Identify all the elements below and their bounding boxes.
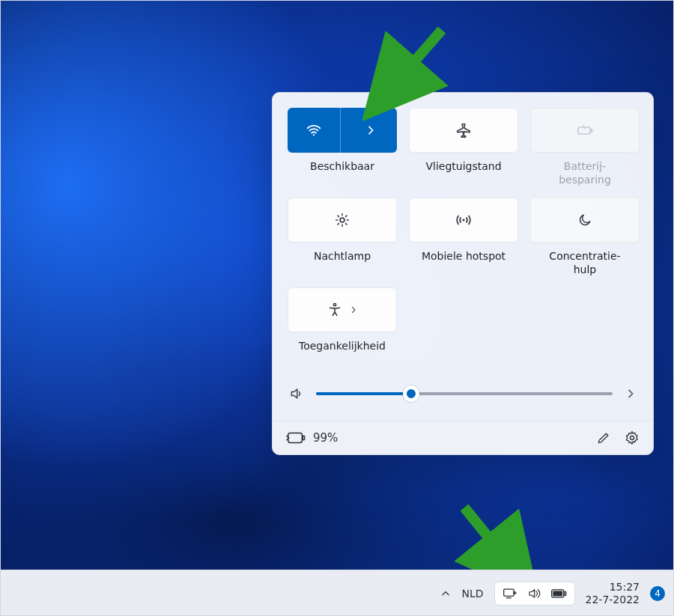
tile-nightlight-label: Nachtlamp — [314, 250, 371, 277]
svg-rect-14 — [553, 591, 562, 596]
wifi-expand[interactable] — [345, 108, 398, 153]
quick-settings-panel: Beschikbaar Vliegtuigstand — [272, 92, 654, 455]
tile-airplane-label: Vliegtuigstand — [425, 160, 501, 187]
svg-point-3 — [340, 218, 344, 222]
tray-notification-count: 4 — [655, 588, 661, 599]
tray-overflow-chevron[interactable] — [440, 588, 451, 599]
tray-quick-settings-group[interactable] — [494, 582, 575, 606]
svg-rect-2 — [591, 129, 592, 132]
tile-accessibility-wrap: Toegankelijkheid — [288, 287, 397, 367]
moon-icon — [577, 213, 592, 228]
edit-button[interactable] — [596, 430, 611, 445]
tray-notification-badge[interactable]: 4 — [650, 586, 665, 601]
chevron-right-icon — [349, 305, 358, 314]
tile-wifi-label: Beschikbaar — [310, 160, 374, 187]
settings-button[interactable] — [625, 430, 640, 445]
tile-battery-saver — [530, 108, 640, 153]
battery-charging-icon — [286, 431, 306, 445]
tile-focus-wrap: Concentratie- hulp — [530, 198, 640, 277]
tile-accessibility[interactable] — [288, 287, 397, 332]
tray-battery-icon — [550, 588, 567, 599]
tile-focus-label: Concentratie- hulp — [549, 250, 620, 277]
svg-point-4 — [462, 219, 464, 221]
tile-battery-saver-label: Batterij- besparing — [559, 160, 611, 187]
tile-wifi[interactable] — [288, 108, 397, 153]
svg-rect-7 — [303, 436, 304, 440]
volume-slider[interactable] — [316, 392, 613, 395]
wifi-icon — [306, 122, 322, 138]
hotspot-icon — [455, 211, 473, 229]
tile-hotspot-label: Mobiele hotspot — [422, 250, 506, 277]
quick-settings-tiles: Beschikbaar Vliegtuigstand — [273, 93, 653, 373]
chevron-right-icon — [365, 124, 377, 136]
tray-volume-icon — [526, 587, 541, 600]
volume-slider-fill — [316, 392, 411, 395]
tile-nightlight[interactable] — [288, 198, 397, 243]
battery-status[interactable]: 99% — [286, 431, 338, 445]
tray-date: 22-7-2022 — [586, 594, 640, 606]
tile-battery-saver-wrap: Batterij- besparing — [530, 108, 640, 187]
tile-accessibility-label: Toegankelijkheid — [299, 340, 386, 367]
battery-percent-text: 99% — [313, 431, 338, 445]
svg-point-5 — [333, 303, 336, 305]
tile-airplane-wrap: Vliegtuigstand — [409, 108, 518, 187]
quick-settings-footer: 99% — [273, 421, 653, 454]
tray-network-icon — [503, 588, 517, 600]
volume-expand[interactable] — [625, 388, 637, 400]
svg-rect-13 — [564, 591, 565, 595]
speaker-icon[interactable] — [289, 386, 304, 401]
tile-wifi-wrap: Beschikbaar — [288, 108, 397, 187]
svg-rect-6 — [288, 433, 303, 443]
wifi-toggle[interactable] — [288, 108, 341, 153]
tile-focus[interactable] — [530, 198, 640, 243]
brightness-icon — [334, 212, 350, 228]
tile-airplane[interactable] — [409, 108, 518, 153]
tray-language[interactable]: NLD — [461, 588, 483, 600]
tile-hotspot-wrap: Mobiele hotspot — [409, 198, 518, 277]
tile-nightlight-wrap: Nachtlamp — [288, 198, 397, 277]
svg-point-0 — [313, 134, 315, 135]
svg-point-8 — [631, 436, 634, 440]
accessibility-icon — [327, 302, 343, 318]
battery-saver-icon — [576, 121, 594, 139]
airplane-icon — [455, 122, 472, 138]
tile-hotspot[interactable] — [409, 198, 518, 243]
tray-clock[interactable]: 15:27 22-7-2022 — [586, 581, 640, 606]
tray-time: 15:27 — [610, 581, 640, 594]
volume-row — [273, 373, 653, 421]
svg-rect-11 — [503, 589, 513, 596]
volume-slider-thumb[interactable] — [403, 385, 419, 402]
taskbar: NLD 15:27 22-7-2022 4 — [0, 570, 674, 616]
